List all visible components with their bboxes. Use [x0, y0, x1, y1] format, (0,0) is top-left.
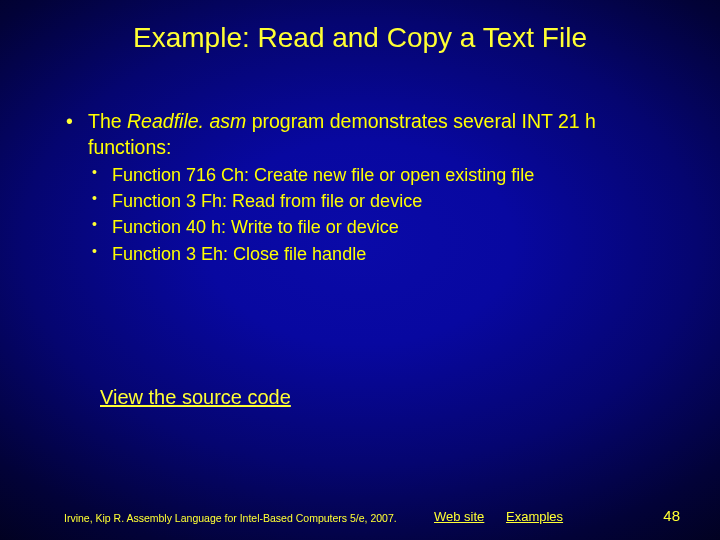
intro-text-a: The [88, 110, 127, 132]
slide-body: The Readfile. asm program demonstrates s… [64, 108, 670, 268]
copyright-text: Irvine, Kip R. Assembly Language for Int… [64, 512, 397, 524]
website-link[interactable]: Web site [434, 509, 484, 524]
intro-filename: Readfile. asm [127, 110, 246, 132]
slide: Example: Read and Copy a Text File The R… [0, 0, 720, 540]
examples-link[interactable]: Examples [506, 509, 563, 524]
bullet-level2: Function 40 h: Write to file or device [88, 215, 670, 239]
slide-title: Example: Read and Copy a Text File [0, 22, 720, 54]
bullet-level2: Function 716 Ch: Create new file or open… [88, 163, 670, 187]
page-number: 48 [663, 507, 680, 524]
footer: Irvine, Kip R. Assembly Language for Int… [64, 506, 680, 524]
bullet-level2: Function 3 Eh: Close file handle [88, 242, 670, 266]
bullet-level1: The Readfile. asm program demonstrates s… [64, 108, 670, 161]
bullet-level2: Function 3 Fh: Read from file or device [88, 189, 670, 213]
view-source-link[interactable]: View the source code [100, 386, 291, 409]
